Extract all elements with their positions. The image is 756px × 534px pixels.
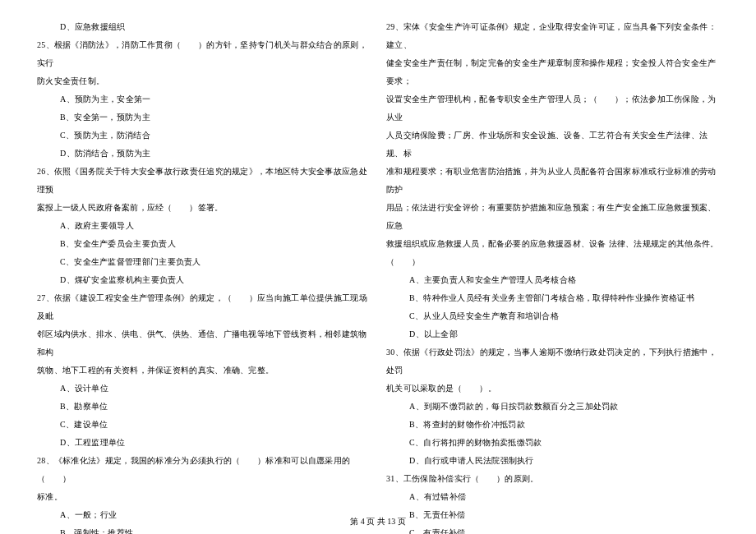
option-25b: B、安全第一，预防为主 <box>37 108 370 127</box>
option-26c: C、安全生产监督管理部门主要负责人 <box>37 253 370 271</box>
question-29: 29、宋体《安全生产许可证条例》规定，企业取得安全许可证，应当具备下列安全条件：… <box>386 18 719 54</box>
option-31a: A、有过错补偿 <box>386 488 719 506</box>
question-29-cont1: 健全安全生产责任制，制定完备的安全生产规章制度和操作规程；安全投人符合安全生产要… <box>386 54 719 90</box>
left-column: D、应急救援组织 25、根据《消防法》，消防工作贯彻（ ）的方针，坚持专门机关与… <box>29 18 378 534</box>
option-30a: A、到期不缴罚款的，每日按罚款数额百分之三加处罚款 <box>386 398 719 416</box>
question-28: 28、《标准化法》规定，我国的标准分为必须执行的（ ）标准和可以自愿采用的（ ） <box>37 452 370 488</box>
option-26d: D、煤矿安全监察机构主要负责人 <box>37 271 370 289</box>
option-29d: D、以上全部 <box>386 325 719 343</box>
option-27c: C、建设单位 <box>37 416 370 434</box>
page-content: D、应急救援组织 25、根据《消防法》，消防工作贯彻（ ）的方针，坚持专门机关与… <box>0 0 756 534</box>
option-29c: C、从业人员经安全生产教育和培训合格 <box>386 307 719 325</box>
question-26: 26、依照《国务院关于特大安全事故行政责任追究的规定》，本地区特大安全事故应急处… <box>37 163 370 199</box>
option-27a: A、设计单位 <box>37 380 370 398</box>
option-29b: B、特种作业人员经有关业务主管部门考核合格，取得特种作业操作资格证书 <box>386 289 719 307</box>
question-27-cont1: 邻区域内供水、排水、供电、供气、供热、通信、广播电视等地下管线资料，相邻建筑物和… <box>37 325 370 361</box>
question-29-cont5: 用品；依法进行安全评价；有重要防护措施和应急预案；有生产安全施工应急救援预案、应… <box>386 199 719 235</box>
option-25c: C、预防为主，防消结合 <box>37 127 370 145</box>
option-26b: B、安全生产委员会主要负责人 <box>37 235 370 253</box>
option-27d: D、工程监理单位 <box>37 434 370 452</box>
page-footer: 第 4 页 共 13 页 <box>0 516 756 527</box>
question-29-cont3: 人员交纳保险费；厂房、作业场所和安全设施、设备、工艺符合有关安全生产法律、法规、… <box>386 127 719 163</box>
option-30c: C、自行将扣押的财物拍卖抵缴罚款 <box>386 434 719 452</box>
question-30-cont: 机关可以采取的是（ ）。 <box>386 380 719 398</box>
right-column: 29、宋体《安全生产许可证条例》规定，企业取得安全许可证，应当具备下列安全条件：… <box>378 18 727 534</box>
question-29-cont4: 准和规程要求；有职业危害防治措施，并为从业人员配备符合国家标准或行业标准的劳动防… <box>386 163 719 199</box>
option-24d: D、应急救援组织 <box>37 18 370 36</box>
option-30b: B、将查封的财物作价冲抵罚款 <box>386 416 719 434</box>
option-29a: A、主要负责人和安全生产管理人员考核合格 <box>386 271 719 289</box>
question-31: 31、工伤保险补偿实行（ ）的原则。 <box>386 470 719 488</box>
option-25a: A、预防为主，安全第一 <box>37 90 370 108</box>
question-27: 27、依据《建设工程安全生产管理条例》的规定，（ ）应当向施工单位提供施工现场及… <box>37 289 370 325</box>
question-25: 25、根据《消防法》，消防工作贯彻（ ）的方针，坚持专门机关与群众结合的原则，实… <box>37 36 370 72</box>
question-25-cont: 防火安全责任制。 <box>37 72 370 90</box>
question-26-cont: 案报上一级人民政府备案前，应经（ ）签署。 <box>37 199 370 217</box>
option-30d: D、自行或申请人民法院强制执行 <box>386 452 719 470</box>
option-27b: B、勘察单位 <box>37 398 370 416</box>
question-28-cont: 标准。 <box>37 488 370 506</box>
question-29-cont2: 设置安全生产管理机构，配备专职安全生产管理人员；（ ）；依法参加工伤保险，为从业 <box>386 90 719 127</box>
question-27-cont2: 筑物、地下工程的有关资料，并保证资料的真实、准确、完整。 <box>37 361 370 380</box>
question-29-cont6: 救援组织或应急救援人员，配备必要的应急救援器材、设备 法律、法规规定的其他条件。… <box>386 235 719 271</box>
option-25d: D、防消结合，预防为主 <box>37 145 370 163</box>
option-26a: A、政府主要领导人 <box>37 217 370 235</box>
question-30: 30、依据《行政处罚法》的规定，当事人逾期不缴纳行政处罚决定的，下列执行措施中，… <box>386 343 719 380</box>
